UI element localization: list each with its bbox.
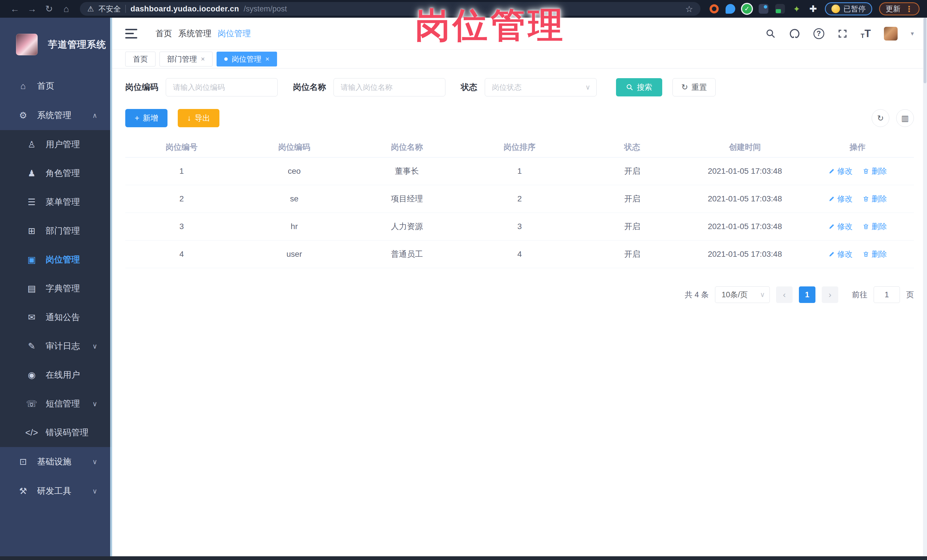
github-icon[interactable] [789,28,800,39]
table-row-普通员工[interactable]: 4 user 普通员工 4 开启 2021-01-05 17:03:48 修改 [125,240,914,268]
sidebar-item-home[interactable]: ⌂ 首页 [0,71,112,101]
bookmark-star-icon[interactable]: ☆ [685,4,693,14]
page-number-1[interactable]: 1 [799,287,815,303]
extension-sliders-icon[interactable] [759,4,768,14]
export-button[interactable]: ↓ 导出 [178,109,219,127]
address-bar[interactable]: ⚠ 不安全 dashboard.yudao.iocoder.cn /system… [80,2,701,16]
breadcrumb-item[interactable]: 首页 [155,28,172,39]
browser-back-icon[interactable]: ← [8,2,22,15]
paused-badge[interactable]: 已暂停 [825,2,872,15]
column-settings-button[interactable]: ▥ [896,109,914,127]
browser-reload-icon[interactable]: ↻ [42,2,56,15]
update-button[interactable]: 更新 ⋮ [879,2,919,15]
extension-sprout-icon[interactable]: ✦ [792,4,801,14]
cell-created-time: 2021-01-05 17:03:48 [688,222,801,231]
search-button[interactable]: 搜索 [616,78,662,96]
sidebar-item-dict-mgmt[interactable]: ▤ 字典管理 [0,274,112,303]
help-icon[interactable]: ? [813,28,824,39]
add-button[interactable]: + 新增 [125,109,167,127]
sidebar-item-online-users[interactable]: ◉ 在线用户 [0,361,112,389]
extension-blue-drop-icon[interactable] [726,4,735,14]
fullscreen-icon[interactable] [837,29,848,39]
screenshot-root: ← → ↻ ⌂ ⚠ 不安全 dashboard.yudao.iocoder.cn… [0,0,927,560]
sidebar-item-notice[interactable]: ✉ 通知公告 [0,303,112,332]
avatar-caret-icon[interactable]: ▾ [911,30,914,37]
header-actions: ? TT ▾ [766,27,914,41]
page-scrollbar[interactable] [923,18,927,557]
view-tab[interactable]: 岗位管理 × [217,52,277,67]
delete-link[interactable]: 删除 [863,166,887,176]
edit-link[interactable]: 修改 [828,249,853,260]
sidebar-item-dev-tools[interactable]: ⚒ 研发工具 ∨ [0,477,112,506]
sidebar-item-role-mgmt[interactable]: ♟ 角色管理 [0,159,112,188]
sidebar-item-user-mgmt[interactable]: ♙ 用户管理 [0,130,112,159]
extension-green-check-icon[interactable]: ✓ [742,4,752,14]
close-icon[interactable]: × [265,55,269,63]
sidebar-item-label: 审计日志 [46,340,80,352]
sidebar-item-errcode-mgmt[interactable]: </> 错误码管理 [0,418,112,447]
post-code-label: 岗位编码 [125,82,158,93]
sidebar-item-label: 岗位管理 [46,254,80,266]
table-row-项目经理[interactable]: 2 se 项目经理 2 开启 2021-01-05 17:03:48 修改 [125,185,914,213]
sidebar-item-icon: ⚒ [17,486,30,496]
search-icon[interactable] [766,29,776,39]
sidebar-item-system[interactable]: ⚙ 系统管理 ∧ [0,101,112,130]
security-label[interactable]: 不安全 [99,4,121,14]
window-bottom-edge [0,556,927,560]
sidebar-item-audit-log[interactable]: ✎ 审计日志 ∨ [0,332,112,361]
sidebar: 芋道管理系统 ⌂ 首页 ⚙ 系统管理 ∧ ♙ 用户管理 ♟ 角色管理 [0,18,112,560]
table-row-董事长[interactable]: 1 ceo 董事长 1 开启 2021-01-05 17:03:48 修改 [125,158,914,185]
prev-page-button[interactable]: ‹ [776,287,793,303]
sidebar-item-post-mgmt[interactable]: ▣ 岗位管理 [0,245,112,274]
hamburger-icon[interactable] [125,29,137,38]
cell-post-name: 董事长 [351,166,464,177]
reset-button[interactable]: ↻ 重置 [673,78,716,96]
delete-link[interactable]: 删除 [863,222,887,232]
status-select-input[interactable] [485,78,597,96]
post-code-input[interactable] [166,78,278,96]
browser-home-icon[interactable]: ⌂ [59,2,74,15]
sidebar-item-menu-mgmt[interactable]: ☰ 菜单管理 [0,188,112,217]
next-page-button[interactable]: › [822,287,838,303]
extension-orange-ring-icon[interactable] [710,4,719,14]
extension-miniprogram-icon[interactable] [775,4,785,14]
scrollbar-thumb[interactable] [924,18,926,83]
user-avatar[interactable] [884,27,898,41]
app-logo-row[interactable]: 芋道管理系统 [0,18,112,71]
page-size-select[interactable]: 10条/页 ∨ [715,287,770,303]
extensions-puzzle-icon[interactable]: ✚ [808,4,818,14]
reset-button-label: 重置 [691,82,707,93]
sidebar-item-icon: ⊡ [17,457,30,467]
paused-label: 已暂停 [843,4,866,14]
address-divider [125,5,126,13]
sidebar-item-icon: ♟ [25,168,38,179]
sidebar-item-label: 在线用户 [46,369,80,381]
breadcrumb-item[interactable]: 岗位管理 [218,28,251,39]
delete-link[interactable]: 删除 [863,249,887,260]
sidebar-item-sms-mgmt[interactable]: ☏ 短信管理 ∨ [0,389,112,418]
edit-link[interactable]: 修改 [828,194,853,204]
goto-page-input[interactable] [874,287,900,303]
refresh-button[interactable]: ↻ [872,109,889,127]
view-tab[interactable]: 首页 [125,52,155,67]
sidebar-item-icon: ▤ [25,283,38,294]
sidebar-item-icon: ⌂ [17,81,30,91]
view-tab[interactable]: 部门管理 × [160,52,213,67]
sidebar-item-infrastructure[interactable]: ⊡ 基础设施 ∨ [0,447,112,477]
kebab-menu-icon[interactable]: ⋮ [905,4,913,14]
edit-link[interactable]: 修改 [828,222,853,232]
sidebar-item-icon: ⊞ [25,226,38,236]
delete-link[interactable]: 删除 [863,194,887,204]
sidebar-item-dept-mgmt[interactable]: ⊞ 部门管理 [0,217,112,245]
sidebar-scrollbar[interactable] [110,18,112,560]
font-size-icon[interactable]: TT [861,28,871,39]
close-icon[interactable]: × [201,55,205,63]
breadcrumb-item[interactable]: 系统管理 [178,28,211,39]
active-dot [224,57,228,61]
status-select[interactable]: ∨ [485,78,597,96]
edit-link[interactable]: 修改 [828,166,853,176]
table-header-row: 岗位编号岗位编码岗位名称岗位排序状态创建时间操作 [125,137,914,158]
post-name-input[interactable] [334,78,445,96]
browser-forward-icon[interactable]: → [24,2,40,15]
table-row-人力资源[interactable]: 3 hr 人力资源 3 开启 2021-01-05 17:03:48 修改 [125,213,914,240]
